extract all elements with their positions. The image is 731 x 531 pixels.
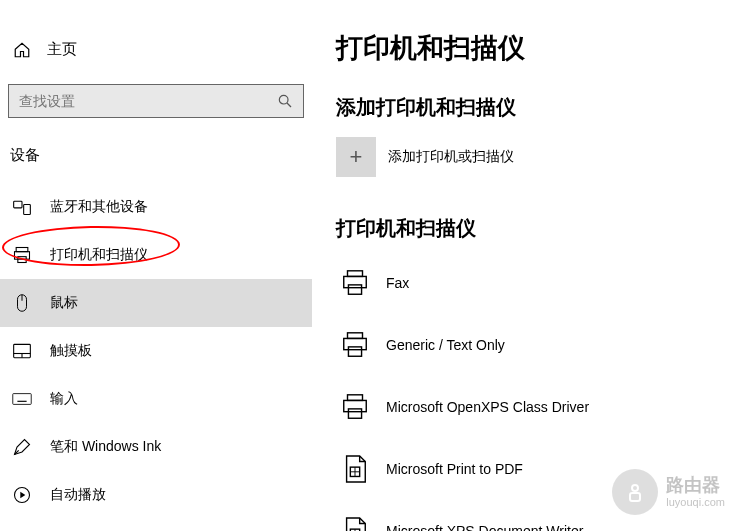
sidebar-item-label: 鼠标 bbox=[50, 294, 78, 312]
sidebar-item-printers[interactable]: 打印机和扫描仪 bbox=[0, 231, 312, 279]
keyboard-icon bbox=[12, 389, 32, 409]
search-input[interactable] bbox=[19, 93, 277, 109]
bluetooth-devices-icon bbox=[12, 197, 32, 217]
device-label: Microsoft Print to PDF bbox=[386, 461, 523, 477]
svg-rect-34 bbox=[630, 493, 640, 501]
add-section-title: 添加打印机和扫描仪 bbox=[336, 94, 731, 121]
svg-rect-4 bbox=[16, 248, 28, 252]
svg-rect-27 bbox=[348, 347, 361, 356]
page-title: 打印机和扫描仪 bbox=[336, 30, 731, 66]
sidebar-item-mouse[interactable]: 鼠标 bbox=[0, 279, 312, 327]
search-box[interactable] bbox=[8, 84, 304, 118]
touchpad-icon bbox=[12, 341, 32, 361]
sidebar-item-label: 笔和 Windows Ink bbox=[50, 438, 161, 456]
sidebar-item-typing[interactable]: 输入 bbox=[0, 375, 312, 423]
printer-icon bbox=[338, 266, 372, 300]
sidebar-item-autoplay[interactable]: 自动播放 bbox=[0, 471, 312, 519]
device-row[interactable]: Microsoft OpenXPS Class Driver bbox=[336, 382, 731, 444]
svg-point-0 bbox=[279, 95, 288, 104]
sidebar-item-label: 触摸板 bbox=[50, 342, 92, 360]
svg-rect-24 bbox=[348, 285, 361, 294]
add-printer-button[interactable]: + 添加打印机或扫描仪 bbox=[336, 137, 731, 177]
device-label: Generic / Text Only bbox=[386, 337, 505, 353]
home-icon bbox=[12, 41, 32, 59]
svg-marker-21 bbox=[20, 492, 25, 499]
svg-rect-25 bbox=[348, 333, 363, 339]
autoplay-icon bbox=[12, 485, 32, 505]
sidebar-item-touchpad[interactable]: 触摸板 bbox=[0, 327, 312, 375]
device-label: Microsoft XPS Document Writer bbox=[386, 523, 583, 531]
watermark-logo-icon bbox=[612, 469, 658, 515]
list-section-title: 打印机和扫描仪 bbox=[336, 215, 731, 242]
svg-rect-12 bbox=[13, 394, 31, 405]
search-icon bbox=[277, 93, 293, 109]
mouse-icon bbox=[12, 293, 32, 313]
home-label: 主页 bbox=[47, 40, 77, 59]
pdf-printer-icon bbox=[338, 514, 372, 531]
printer-icon bbox=[12, 245, 32, 265]
sidebar-section-label: 设备 bbox=[0, 138, 312, 183]
svg-rect-28 bbox=[348, 395, 363, 401]
watermark-text-en: luyouqi.com bbox=[666, 496, 725, 508]
sidebar-item-label: 打印机和扫描仪 bbox=[50, 246, 148, 264]
svg-rect-2 bbox=[14, 201, 22, 208]
device-label: Fax bbox=[386, 275, 409, 291]
svg-rect-30 bbox=[348, 409, 361, 418]
printer-icon bbox=[338, 328, 372, 362]
printer-icon bbox=[338, 390, 372, 424]
sidebar-item-home[interactable]: 主页 bbox=[0, 30, 312, 69]
svg-rect-22 bbox=[348, 271, 363, 277]
svg-rect-5 bbox=[15, 252, 30, 259]
svg-line-1 bbox=[287, 103, 291, 107]
device-row[interactable]: Fax bbox=[336, 258, 731, 320]
sidebar-item-label: 蓝牙和其他设备 bbox=[50, 198, 148, 216]
sidebar-item-bluetooth[interactable]: 蓝牙和其他设备 bbox=[0, 183, 312, 231]
sidebar-item-pen[interactable]: 笔和 Windows Ink bbox=[0, 423, 312, 471]
plus-icon: + bbox=[336, 137, 376, 177]
svg-rect-23 bbox=[344, 276, 367, 287]
svg-point-33 bbox=[632, 485, 638, 491]
device-label: Microsoft OpenXPS Class Driver bbox=[386, 399, 589, 415]
watermark: 路由器 luyouqi.com bbox=[612, 469, 725, 515]
sidebar: 主页 设备 蓝牙和其他设备 打印机和扫描仪 bbox=[0, 0, 312, 531]
device-row[interactable]: Generic / Text Only bbox=[336, 320, 731, 382]
watermark-text-cn: 路由器 bbox=[666, 476, 725, 496]
svg-rect-3 bbox=[24, 205, 31, 215]
pdf-printer-icon bbox=[338, 452, 372, 486]
pen-icon bbox=[12, 437, 32, 457]
sidebar-item-label: 自动播放 bbox=[50, 486, 106, 504]
svg-rect-29 bbox=[344, 400, 367, 411]
main-content: 打印机和扫描仪 添加打印机和扫描仪 + 添加打印机或扫描仪 打印机和扫描仪 Fa… bbox=[312, 0, 731, 531]
svg-rect-26 bbox=[344, 338, 367, 349]
sidebar-item-label: 输入 bbox=[50, 390, 78, 408]
add-printer-label: 添加打印机或扫描仪 bbox=[388, 148, 514, 166]
